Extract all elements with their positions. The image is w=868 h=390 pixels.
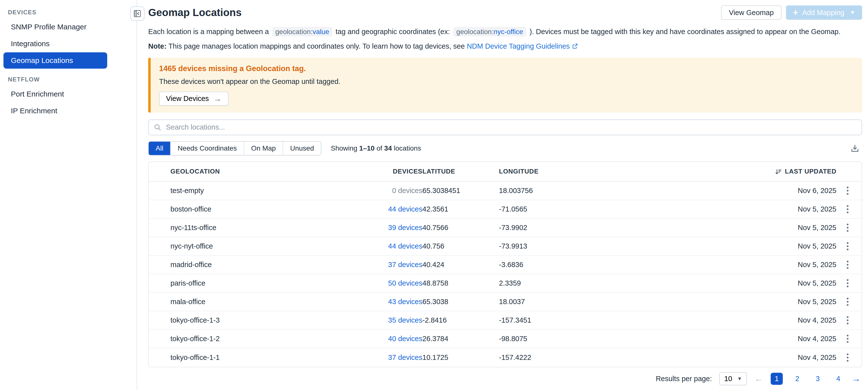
filter-tab-unused[interactable]: Unused	[283, 142, 321, 155]
cell-actions	[836, 183, 859, 198]
sidebar-item-geomap-locations[interactable]: Geomap Locations	[3, 52, 107, 69]
download-button[interactable]	[849, 142, 861, 155]
cell-latitude: 65.3038	[423, 298, 499, 306]
external-link-icon	[572, 43, 578, 50]
cell-latitude: 40.424	[423, 261, 499, 269]
note-label: Note:	[148, 42, 166, 50]
cell-longitude: -73.9902	[499, 224, 615, 232]
cell-devices-link[interactable]: 50 devices	[334, 279, 423, 287]
chevron-down-icon: ▼	[850, 9, 855, 16]
cell-devices-link[interactable]: 44 devices	[334, 205, 423, 213]
cell-devices-link[interactable]: 43 devices	[334, 298, 423, 306]
cell-devices-link[interactable]: 37 devices	[334, 354, 423, 362]
cell-geolocation: tokyo-office-1-1	[170, 354, 334, 362]
cell-actions	[836, 239, 859, 254]
cell-last-updated: Nov 5, 2025	[615, 242, 836, 250]
table-row: nyc-11ts-office39 devices40.7566-73.9902…	[149, 219, 862, 237]
sidebar-item-snmp-profile-manager[interactable]: SNMP Profile Manager	[3, 19, 107, 35]
cell-longitude: 18.0037	[499, 298, 615, 306]
row-menu-kebab-icon[interactable]	[836, 331, 859, 346]
row-menu-kebab-icon[interactable]	[836, 239, 859, 254]
row-menu-kebab-icon[interactable]	[836, 350, 859, 365]
cell-longitude: -3.6836	[499, 261, 615, 269]
row-menu-kebab-icon[interactable]	[836, 202, 859, 217]
cell-geolocation: mala-office	[170, 298, 334, 306]
cell-devices-link[interactable]: 40 devices	[334, 335, 423, 343]
cell-actions	[836, 294, 859, 309]
table-row: mala-office43 devices65.303818.0037Nov 5…	[149, 293, 862, 311]
view-devices-button[interactable]: View Devices →	[159, 92, 228, 106]
sidebar-item-integrations[interactable]: Integrations	[3, 36, 107, 52]
filter-row: AllNeeds CoordinatesOn MapUnused Showing…	[148, 141, 862, 156]
cell-actions	[836, 202, 859, 217]
sidebar-section-label: NETFLOW	[0, 73, 136, 86]
cell-last-updated: Nov 5, 2025	[615, 279, 836, 287]
column-header-devices[interactable]: DEVICES	[334, 168, 423, 175]
row-menu-kebab-icon[interactable]	[836, 313, 859, 328]
header-actions: View Geomap + Add Mapping ▼	[721, 5, 862, 20]
cell-last-updated: Nov 4, 2025	[615, 354, 836, 362]
plus-icon: +	[793, 8, 798, 17]
intro-text: Each location is a mapping between a geo…	[148, 27, 862, 37]
add-mapping-button[interactable]: + Add Mapping ▼	[786, 5, 862, 20]
page-button-1[interactable]: 1	[771, 373, 783, 385]
filter-tab-all[interactable]: All	[149, 142, 170, 155]
row-menu-kebab-icon[interactable]	[836, 276, 859, 291]
sidebar-collapse-button[interactable]	[130, 6, 145, 21]
cell-longitude: -157.3451	[499, 316, 615, 324]
cell-last-updated: Nov 6, 2025	[615, 187, 836, 195]
filter-tabs: AllNeeds CoordinatesOn MapUnused	[148, 141, 321, 156]
cell-devices-link[interactable]: 35 devices	[334, 316, 423, 324]
table-row: paris-office50 devices48.87582.3359Nov 5…	[149, 274, 862, 293]
column-header-geolocation[interactable]: GEOLOCATION	[170, 168, 334, 175]
row-menu-kebab-icon[interactable]	[836, 294, 859, 309]
sidebar-item-port-enrichment[interactable]: Port Enrichment	[3, 86, 107, 102]
showing-count: Showing 1–10 of 34 locations	[331, 144, 421, 152]
cell-longitude: 2.3359	[499, 279, 615, 287]
cell-latitude: 48.8758	[423, 279, 499, 287]
sidebar: DEVICESSNMP Profile ManagerIntegrationsG…	[0, 0, 137, 390]
cell-latitude: 65.3038451	[423, 187, 499, 195]
cell-last-updated: Nov 5, 2025	[615, 224, 836, 232]
cell-actions	[836, 313, 859, 328]
cell-longitude: -73.9913	[499, 242, 615, 250]
cell-latitude: 40.7566	[423, 224, 499, 232]
cell-last-updated: Nov 5, 2025	[615, 261, 836, 269]
pagination: Results per page: 10 ▼ ← 1234 →	[148, 372, 862, 385]
search-input[interactable]	[148, 120, 862, 135]
ndm-guidelines-link[interactable]: NDM Device Tagging Guidelines	[467, 42, 570, 50]
table-header: GEOLOCATION DEVICES LATITUDE LONGITUDE	[149, 162, 862, 182]
cell-last-updated: Nov 4, 2025	[615, 335, 836, 343]
page-size-select[interactable]: 10 ▼	[719, 372, 747, 385]
cell-geolocation: tokyo-office-1-2	[170, 335, 334, 343]
filter-tab-on-map[interactable]: On Map	[244, 142, 283, 155]
row-menu-kebab-icon[interactable]	[836, 183, 859, 198]
cell-latitude: 10.1725	[423, 354, 499, 362]
page-button-4[interactable]: 4	[832, 373, 844, 385]
column-header-last-updated[interactable]: LAST UPDATED	[615, 168, 836, 175]
results-per-page-label: Results per page:	[656, 375, 712, 383]
cell-latitude: -2.8416	[423, 316, 499, 324]
page-button-3[interactable]: 3	[812, 373, 824, 385]
previous-page-button[interactable]: ←	[754, 374, 763, 383]
search-icon	[153, 123, 162, 132]
next-page-button[interactable]: →	[852, 374, 861, 383]
filter-tab-needs-coordinates[interactable]: Needs Coordinates	[170, 142, 244, 155]
column-header-longitude[interactable]: LONGITUDE	[499, 168, 615, 175]
table-row: nyc-nyt-office44 devices40.756-73.9913No…	[149, 237, 862, 256]
view-geomap-button[interactable]: View Geomap	[721, 5, 782, 20]
table-body: test-empty0 devices65.303845118.003756No…	[149, 182, 862, 367]
cell-latitude: 42.3561	[423, 205, 499, 213]
row-menu-kebab-icon[interactable]	[836, 257, 859, 272]
column-header-latitude[interactable]: LATITUDE	[423, 168, 499, 175]
cell-devices-link[interactable]: 39 devices	[334, 224, 423, 232]
row-menu-kebab-icon[interactable]	[836, 220, 859, 235]
cell-geolocation: boston-office	[170, 205, 334, 213]
cell-devices-link[interactable]: 44 devices	[334, 242, 423, 250]
note-text: Note: This page manages location mapping…	[148, 42, 862, 51]
page-button-2[interactable]: 2	[791, 373, 803, 385]
cell-devices-link[interactable]: 37 devices	[334, 261, 423, 269]
sidebar-item-ip-enrichment[interactable]: IP Enrichment	[3, 103, 107, 119]
cell-longitude: 18.003756	[499, 187, 615, 195]
cell-latitude: 26.3784	[423, 335, 499, 343]
